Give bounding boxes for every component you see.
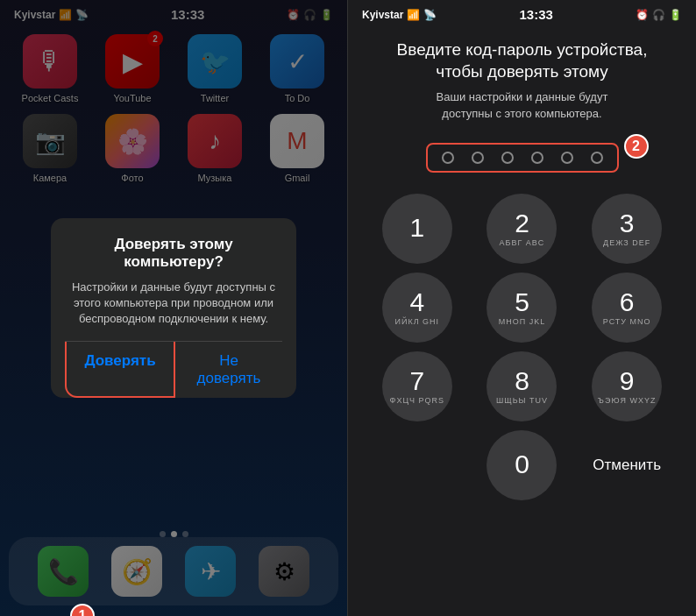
status-left-right: Kyivstar 📶 📡: [362, 9, 437, 21]
num-main-5: 5: [515, 289, 529, 315]
num-btn-2[interactable]: 2 АБВГ ABC: [486, 194, 557, 264]
num-btn-7[interactable]: 7 ФХЦЧ PQRS: [382, 351, 452, 421]
passcode-dot-5: [561, 152, 573, 164]
num-main-3: 3: [620, 210, 635, 237]
numpad: 1 2 АБВГ ABC 3 ДЕЖЗ DEF 4 ИЙКЛ GHI 5 МНО…: [348, 185, 696, 509]
status-bar-right: Kyivstar 📶 📡 13:33 ⏰ 🎧 🔋: [348, 0, 696, 25]
step-badge-2: 2: [624, 134, 649, 159]
num-btn-6[interactable]: 6 РСТУ MNO: [592, 273, 662, 343]
num-sub-4: ИЙКЛ GHI: [395, 317, 440, 326]
num-btn-0[interactable]: 0: [486, 430, 557, 500]
num-btn-8[interactable]: 8 ШЩЬЫ TUV: [486, 351, 557, 421]
phone-left: Kyivstar 📶 📡 13:33 ⏰ 🎧 🔋 🎙 Pocket Casts: [0, 0, 348, 616]
trust-button[interactable]: Доверять: [65, 342, 175, 398]
cancel-button[interactable]: Отменить: [579, 430, 675, 500]
num-btn-1[interactable]: 1: [382, 194, 452, 264]
trust-dialog-overlay: Доверять этому компьютеру? Настройки и д…: [0, 0, 347, 616]
dialog-title: Доверять этому компьютеру?: [65, 236, 282, 271]
status-right-right: ⏰ 🎧 🔋: [636, 9, 682, 21]
num-sub-6: РСТУ MNO: [603, 317, 651, 326]
num-main-8: 8: [515, 368, 529, 394]
num-main-7: 7: [409, 368, 424, 394]
carrier-right: Kyivstar: [362, 9, 403, 21]
step-badge-1: 1: [70, 604, 95, 616]
passcode-dot-4: [531, 152, 543, 164]
num-main-6: 6: [620, 289, 635, 315]
num-btn-5[interactable]: 5 МНОП JKL: [486, 273, 557, 343]
passcode-subtitle: Ваши настройки и данные будутдоступны с …: [369, 89, 675, 121]
dialog-buttons: Доверять Не доверять: [65, 341, 282, 398]
trust-dialog: Доверять этому компьютеру? Настройки и д…: [51, 218, 296, 399]
num-sub-7: ФХЦЧ PQRS: [390, 396, 445, 405]
empty-cell: [369, 430, 465, 500]
passcode-dot-3: [501, 152, 514, 164]
num-btn-3[interactable]: 3 ДЕЖЗ DEF: [592, 194, 662, 264]
no-trust-button[interactable]: Не доверять: [175, 342, 282, 398]
num-main-1: 1: [409, 215, 424, 241]
num-main-4: 4: [409, 289, 424, 315]
passcode-dot-2: [472, 152, 484, 164]
passcode-dot-1: [442, 152, 454, 164]
wifi-icon-right: 📡: [423, 9, 437, 21]
time-right: 13:33: [520, 7, 553, 22]
passcode-dot-6: [591, 152, 603, 164]
phone-right: Kyivstar 📶 📡 13:33 ⏰ 🎧 🔋 Введите код-пар…: [348, 0, 696, 616]
num-main-0: 0: [515, 451, 529, 478]
passcode-dots-wrapper: [426, 143, 619, 173]
battery-icon-right: 🔋: [669, 9, 682, 21]
num-sub-3: ДЕЖЗ DEF: [603, 238, 650, 247]
headphone-icon-right: 🎧: [652, 9, 665, 21]
num-sub-2: АБВГ ABC: [500, 238, 545, 247]
passcode-header: Введите код-пароль устройства,чтобы дове…: [348, 25, 696, 131]
alarm-icon-right: ⏰: [636, 9, 649, 21]
num-sub-5: МНОП JKL: [499, 317, 545, 326]
num-sub-9: ЪЭЮЯ WXYZ: [598, 396, 657, 405]
dialog-message: Настройки и данные будут доступны с этог…: [65, 280, 282, 328]
signal-icon-right: 📶: [407, 9, 420, 21]
num-btn-4[interactable]: 4 ИЙКЛ GHI: [382, 273, 452, 343]
passcode-dots-container: 2: [408, 143, 636, 173]
num-main-9: 9: [620, 368, 635, 394]
num-sub-8: ШЩЬЫ TUV: [496, 396, 548, 405]
num-btn-9[interactable]: 9 ЪЭЮЯ WXYZ: [592, 351, 662, 421]
passcode-title: Введите код-пароль устройства,чтобы дове…: [369, 39, 675, 82]
num-main-2: 2: [515, 210, 529, 237]
